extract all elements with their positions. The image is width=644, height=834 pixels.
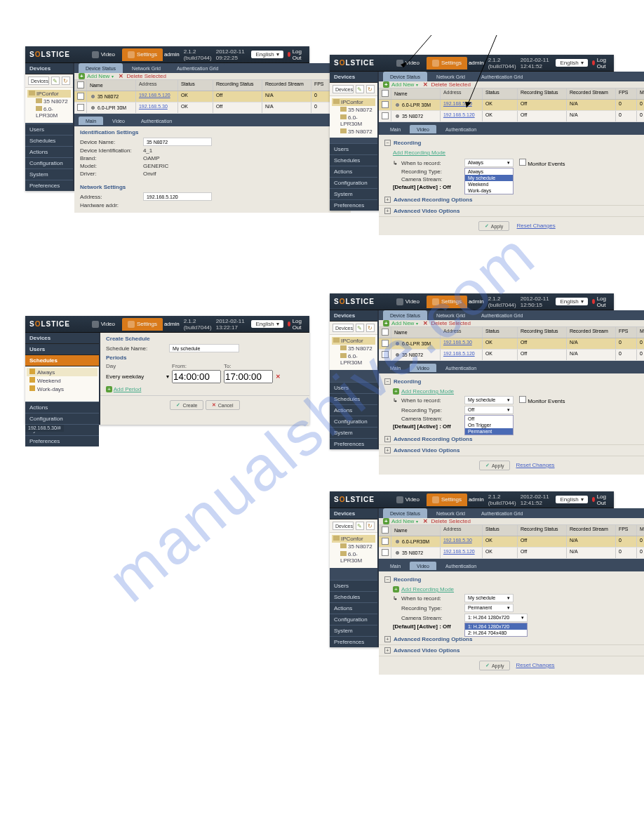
subtab-device-status[interactable]: Device Status (79, 63, 123, 73)
col-rec-status[interactable]: Recording Status (518, 525, 567, 536)
tree-item[interactable]: 35 N8072 (332, 345, 375, 352)
tree-item[interactable]: 35 N8072 (332, 106, 375, 114)
detail-tab-auth[interactable]: Authentication (438, 125, 483, 133)
reset-link[interactable]: Reset Changes (516, 462, 554, 468)
subtab-device-status[interactable]: Device Status (383, 310, 427, 320)
nav-actions[interactable]: Actions (25, 402, 99, 413)
camera-stream-select[interactable]: 1: H.264 1280x720▾ (464, 614, 528, 622)
expand-icon[interactable]: + (384, 208, 391, 214)
detail-tab-main[interactable]: Main (383, 364, 408, 372)
add-new-button[interactable]: +Add New▾ (79, 73, 114, 79)
device-name-input[interactable] (143, 138, 212, 146)
row-checkbox[interactable] (77, 104, 84, 111)
collapse-icon[interactable]: − (384, 378, 391, 385)
subtab-network-grid[interactable]: Network Grid (125, 63, 168, 73)
subtab-network-grid[interactable]: Network Grid (429, 72, 472, 81)
nav-prefs[interactable]: Preferences (330, 438, 377, 449)
subtab-auth-grid[interactable]: Authentication Grid (474, 310, 530, 320)
schedule-item[interactable]: Weekend (27, 376, 98, 385)
refresh-icon[interactable]: ↻ (366, 324, 375, 332)
select-all-checkbox[interactable] (382, 90, 389, 97)
tree-root[interactable]: IPConfor (332, 337, 375, 345)
col-address[interactable]: Address (441, 525, 483, 536)
col-fps[interactable]: FPS (616, 88, 637, 99)
monitor-events-checkbox[interactable] (519, 159, 526, 166)
detail-tab-video[interactable]: Video (410, 125, 436, 133)
tab-settings[interactable]: Settings (427, 494, 467, 506)
lang-select[interactable]: English▾ (251, 320, 283, 328)
nav-prefs[interactable]: Preferences (330, 199, 377, 211)
nav-users[interactable]: Users (330, 143, 377, 154)
row-checkbox[interactable] (382, 351, 389, 358)
tab-settings[interactable]: Settings (122, 318, 163, 331)
refresh-icon[interactable]: ↻ (366, 85, 375, 93)
sidebar-section-devices[interactable]: Devices (330, 310, 377, 322)
refresh-icon[interactable]: ↻ (62, 77, 70, 85)
nav-actions[interactable]: Actions (330, 166, 377, 177)
collapse-icon[interactable]: − (384, 576, 391, 583)
logout-link[interactable]: Log Out (288, 48, 304, 61)
nav-system[interactable]: System (25, 168, 73, 180)
tree-item[interactable]: 6.0-LPR30M (27, 105, 71, 119)
detail-tab-main[interactable]: Main (79, 117, 103, 125)
col-mask[interactable]: Mask (637, 88, 644, 99)
dropdown-item[interactable]: Always (465, 168, 513, 175)
dropdown-item[interactable]: Permanent (465, 428, 513, 435)
expand-icon[interactable]: + (384, 647, 391, 654)
apply-button[interactable]: ✓Apply (479, 461, 511, 470)
col-fps[interactable]: FPS (616, 327, 637, 338)
cancel-button[interactable]: ✕Cancel (206, 400, 240, 410)
subtab-auth-grid[interactable]: Authentication Grid (474, 508, 530, 518)
subtab-network-grid[interactable]: Network Grid (429, 310, 472, 320)
delete-selected-button[interactable]: ✕Delete Selected (118, 73, 166, 79)
create-button[interactable]: ✓Create (170, 400, 203, 410)
dropdown-item[interactable]: 1: H.264 1280x720 (465, 623, 527, 630)
delete-selected-button[interactable]: ✕Delete Selected (422, 518, 470, 524)
when-to-record-select[interactable]: Always▾ (464, 159, 514, 167)
col-status[interactable]: Status (483, 88, 518, 99)
sidebar-section-devices[interactable]: Devices (330, 72, 377, 83)
subtab-network-grid[interactable]: Network Grid (429, 508, 472, 518)
add-period-link[interactable]: Add Period (114, 386, 142, 392)
nav-system[interactable]: System (330, 188, 377, 199)
detail-tab-video[interactable]: Video (410, 562, 436, 570)
nav-users[interactable]: Users (330, 580, 377, 591)
table-row[interactable]: 35 N8072192.168.5.120OKOffN/A00 (379, 548, 644, 559)
expand-icon[interactable]: + (384, 197, 391, 203)
col-rec-status[interactable]: Recording Status (518, 327, 567, 338)
tab-video[interactable]: Video (391, 494, 425, 506)
gear-icon[interactable] (90, 93, 96, 100)
col-name[interactable]: Name (391, 327, 441, 338)
nav-actions[interactable]: Actions (330, 602, 377, 614)
dropdown-item[interactable]: Weekend (465, 181, 513, 187)
from-input[interactable] (172, 370, 221, 383)
nav-system[interactable]: System (330, 427, 377, 438)
lang-select[interactable]: English▾ (556, 59, 587, 67)
tree-item[interactable]: 6.0-LPR30M (332, 114, 375, 128)
nav-system[interactable]: System (330, 625, 377, 636)
gear-icon[interactable] (90, 105, 96, 111)
delete-selected-button[interactable]: ✕Delete Selected (422, 320, 470, 326)
when-to-record-select[interactable]: My schedule▾ (464, 396, 514, 404)
logout-link[interactable]: Log Out (592, 57, 608, 70)
nav-schedules[interactable]: Schedules (330, 393, 377, 404)
select-all-checkbox[interactable] (77, 81, 84, 88)
edit-icon[interactable]: ✎ (51, 77, 60, 85)
select-all-checkbox[interactable] (382, 527, 389, 534)
dropdown-item[interactable]: My schedule (465, 175, 513, 181)
collapse-icon[interactable]: − (384, 140, 391, 146)
tree-root[interactable]: IPConfor (27, 90, 71, 98)
device-dropdown[interactable]: Devices (28, 77, 49, 85)
table-row[interactable]: 35 N8072 192.168.5.120 OK Off N/A 0 0 (74, 91, 351, 102)
tab-settings[interactable]: Settings (427, 296, 467, 308)
tree-item[interactable]: 6.0-LPR30M (332, 352, 375, 366)
lang-select[interactable]: English▾ (556, 496, 587, 503)
schedule-item[interactable]: Work-days (27, 385, 98, 393)
subtab-auth-grid[interactable]: Authentication Grid (170, 63, 226, 73)
detail-tab-main[interactable]: Main (383, 562, 408, 570)
sidebar-section-devices[interactable]: Devices (330, 508, 377, 519)
detail-tab-auth[interactable]: Authentication (438, 364, 483, 372)
detail-tab-video[interactable]: Video (410, 364, 436, 372)
col-name[interactable]: Name (87, 80, 136, 91)
sidebar-section-devices[interactable]: Devices (25, 63, 73, 74)
